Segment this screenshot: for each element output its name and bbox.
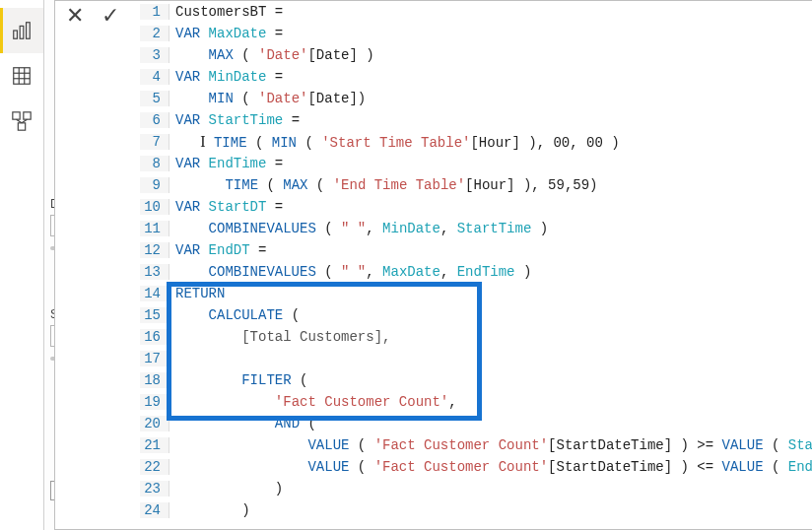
line-number: 12: [140, 242, 169, 258]
line-number: 21: [140, 437, 169, 453]
line-number: 7: [140, 134, 169, 150]
view-rail: [0, 0, 44, 530]
line-number: 9: [140, 177, 169, 193]
line-number: 14: [140, 286, 169, 301]
line-number: 15: [140, 307, 169, 323]
line-number: 3: [140, 47, 169, 63]
line-number: 1: [140, 4, 169, 20]
line-number: 10: [140, 199, 169, 215]
cancel-icon[interactable]: ✕: [61, 5, 89, 27]
line-number: 23: [140, 481, 169, 497]
code-area[interactable]: 1CustomersBT = 2VAR MaxDate = 3 MAX ( 'D…: [140, 1, 812, 529]
svg-rect-0: [14, 31, 18, 38]
model-view-icon[interactable]: [0, 99, 43, 144]
svg-rect-2: [27, 23, 31, 39]
formula-editor: ✕ ✓ 1CustomersBT = 2VAR MaxDate = 3 MAX …: [54, 0, 812, 530]
line-number: 13: [140, 264, 169, 280]
line-number: 4: [140, 69, 169, 85]
data-view-icon[interactable]: [0, 53, 43, 99]
line-number: 17: [140, 351, 169, 366]
line-number: 22: [140, 459, 169, 475]
svg-rect-3: [14, 68, 31, 85]
line-number: 24: [140, 502, 169, 518]
code-line: CustomersBT =: [169, 4, 283, 20]
line-number: 20: [140, 416, 169, 431]
svg-rect-8: [13, 112, 20, 119]
line-number: 2: [140, 26, 169, 41]
line-number: 8: [140, 156, 169, 171]
line-number: 5: [140, 91, 169, 106]
commit-icon[interactable]: ✓: [97, 5, 124, 27]
line-number: 19: [140, 394, 169, 410]
line-number: 11: [140, 221, 169, 236]
line-number: 18: [140, 372, 169, 388]
line-number: 6: [140, 112, 169, 128]
formula-bar-actions: ✕ ✓: [61, 5, 124, 27]
svg-rect-1: [20, 26, 24, 38]
svg-rect-9: [24, 112, 31, 119]
line-number: 16: [140, 329, 169, 345]
report-view-icon[interactable]: [0, 8, 43, 53]
svg-rect-10: [18, 123, 25, 130]
